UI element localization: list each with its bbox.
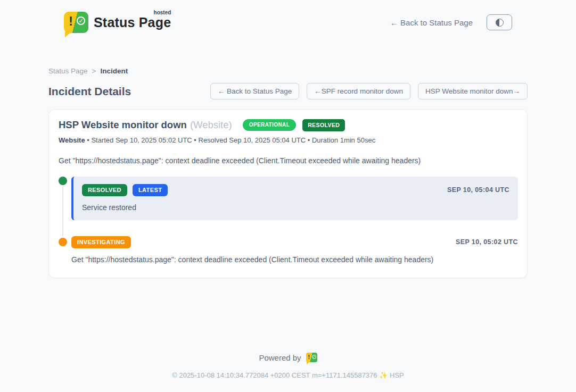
footer: Powered by ! ✓ © 2025-10-08 14:10:34.772… bbox=[0, 353, 576, 379]
breadcrumb-status-page[interactable]: Status Page bbox=[48, 67, 88, 75]
check-icon: ✓ bbox=[312, 355, 316, 359]
incident-service: Website bbox=[59, 136, 85, 144]
incident-title-row: HSP Website monitor down (Website) OPERA… bbox=[59, 119, 518, 131]
header-actions: ← Back to Status Page bbox=[390, 14, 512, 30]
title-row: Incident Details ← Back to Status Page ←… bbox=[48, 83, 528, 99]
powered-by-label: Powered by bbox=[259, 353, 301, 362]
timeline-badges: RESOLVED LATEST bbox=[82, 184, 168, 196]
investigating-badge: INVESTIGATING bbox=[71, 236, 131, 248]
status-page-logo[interactable]: ! ✓ Status Page hosted bbox=[64, 12, 171, 33]
incident-description: Get "https://hostedstatus.page": context… bbox=[59, 156, 518, 165]
timeline-dot-orange-icon bbox=[59, 238, 67, 246]
timeline-entry-investigating: INVESTIGATING SEP 10, 05:02 UTC Get "htt… bbox=[59, 236, 518, 264]
logo-tail bbox=[307, 362, 310, 364]
logo-tail bbox=[65, 32, 71, 37]
timeline-badges: INVESTIGATING bbox=[71, 236, 131, 248]
previous-incident-button[interactable]: ←SPF record monitor down bbox=[307, 83, 410, 99]
operational-badge: OPERATIONAL bbox=[243, 119, 296, 131]
incident-meta: Website • Started Sep 10, 2025 05:02 UTC… bbox=[59, 136, 518, 144]
logo-bubble-icon: ! ✓ bbox=[64, 12, 88, 33]
check-icon: ✓ bbox=[77, 16, 85, 25]
timeline-message: Service restored bbox=[82, 203, 509, 212]
timeline-timestamp: SEP 10, 05:02 UTC bbox=[456, 238, 518, 246]
copyright-text: © 2025-10-08 14:10:34.772084 +0200 CEST … bbox=[0, 371, 576, 379]
breadcrumb-separator: > bbox=[92, 67, 96, 75]
timeline-message: Get "https://hostedstatus.page": context… bbox=[71, 255, 518, 264]
timeline-dot-green-icon bbox=[59, 177, 67, 185]
page-title: Incident Details bbox=[48, 85, 131, 98]
logo-text: Status Page hosted bbox=[94, 12, 171, 30]
timeline-timestamp: SEP 10, 05:04 UTC bbox=[447, 186, 509, 194]
timeline-entry-resolved: RESOLVED LATEST SEP 10, 05:04 UTC Servic… bbox=[59, 177, 518, 220]
logo-title: Status Page bbox=[94, 15, 171, 30]
back-to-status-page-button[interactable]: ← Back to Status Page bbox=[210, 83, 300, 99]
next-incident-button[interactable]: HSP Website monitor down→ bbox=[418, 83, 528, 99]
timeline-entry-header: RESOLVED LATEST SEP 10, 05:04 UTC bbox=[82, 184, 509, 196]
resolved-badge: RESOLVED bbox=[82, 184, 127, 196]
theme-toggle-button[interactable] bbox=[487, 14, 512, 30]
logo-hosted-label: hosted bbox=[154, 10, 171, 15]
incident-nav-buttons: ← Back to Status Page ←SPF record monito… bbox=[210, 83, 528, 99]
incident-scope: (Website) bbox=[190, 119, 232, 131]
incident-meta-details: • Started Sep 10, 2025 05:02 UTC • Resol… bbox=[85, 136, 376, 144]
header: ! ✓ Status Page hosted ← Back to Status … bbox=[0, 0, 576, 37]
resolved-status-badge: RESOLVED bbox=[302, 119, 345, 131]
exclamation-icon: ! bbox=[69, 14, 73, 29]
incident-title: HSP Website monitor down bbox=[59, 119, 187, 131]
main-content: Status Page > Incident Incident Details … bbox=[48, 67, 528, 278]
breadcrumb-incident: Incident bbox=[100, 67, 128, 75]
back-to-status-page-link[interactable]: ← Back to Status Page bbox=[390, 18, 473, 27]
powered-by: Powered by ! ✓ bbox=[0, 353, 576, 362]
incident-timeline: RESOLVED LATEST SEP 10, 05:04 UTC Servic… bbox=[59, 177, 518, 264]
timeline-entry-box: RESOLVED LATEST SEP 10, 05:04 UTC Servic… bbox=[71, 177, 518, 220]
timeline-entry-header: INVESTIGATING SEP 10, 05:02 UTC bbox=[71, 236, 518, 248]
latest-badge: LATEST bbox=[133, 184, 168, 196]
exclamation-icon: ! bbox=[308, 354, 310, 360]
half-circle-icon bbox=[496, 19, 504, 27]
incident-card: HSP Website monitor down (Website) OPERA… bbox=[48, 109, 528, 278]
hsp-logo-icon[interactable]: ! ✓ bbox=[306, 353, 317, 362]
breadcrumb: Status Page > Incident bbox=[48, 67, 528, 75]
